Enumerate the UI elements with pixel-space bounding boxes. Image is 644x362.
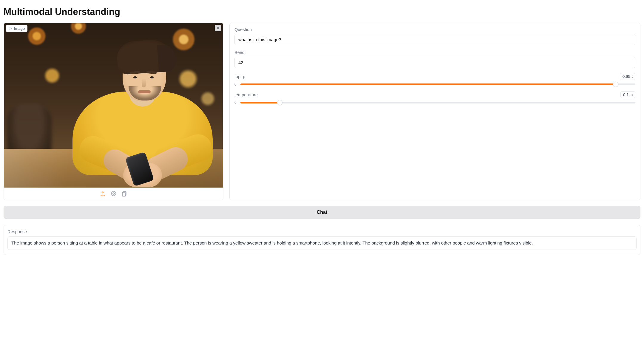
question-input[interactable] <box>234 34 635 45</box>
image-toolbar <box>4 188 223 200</box>
camera-icon <box>111 191 117 197</box>
top-p-slider[interactable] <box>240 83 635 85</box>
chat-button[interactable]: Chat <box>4 206 640 219</box>
image-upload-card: Image <box>4 23 223 200</box>
temperature-label: temperature <box>234 92 258 97</box>
svg-rect-5 <box>122 192 125 196</box>
controls-panel: Question Seed top_p 0.95 ▲▼ 0 <box>229 23 640 200</box>
temperature-min: 0 <box>234 100 237 105</box>
close-icon <box>216 26 220 30</box>
paste-button[interactable] <box>121 191 127 197</box>
page-title: Multimodal Understanding <box>4 7 640 17</box>
upload-icon <box>100 191 106 197</box>
top-p-label: top_p <box>234 74 245 79</box>
clipboard-icon <box>121 191 127 197</box>
uploaded-image[interactable] <box>4 23 223 188</box>
upload-button[interactable] <box>100 191 106 197</box>
image-badge: Image <box>6 25 27 32</box>
image-badge-label: Image <box>14 26 25 31</box>
temperature-number-input[interactable]: 0.1 ▲▼ <box>620 91 635 98</box>
temperature-value: 0.1 <box>623 92 629 97</box>
webcam-button[interactable] <box>111 191 117 197</box>
response-label: Response <box>7 229 637 234</box>
stepper-arrows-icon: ▲▼ <box>631 92 634 97</box>
clear-image-button[interactable] <box>215 25 221 31</box>
top-p-value: 0.95 <box>623 74 630 79</box>
top-p-min: 0 <box>234 82 237 86</box>
question-label: Question <box>234 27 635 32</box>
response-panel: Response The image shows a person sittin… <box>4 225 640 255</box>
seed-label: Seed <box>234 50 635 55</box>
svg-point-3 <box>113 193 115 194</box>
svg-point-2 <box>111 191 116 196</box>
image-icon <box>9 27 13 30</box>
response-text: The image shows a person sitting at a ta… <box>7 236 637 250</box>
svg-point-1 <box>10 28 10 28</box>
top-p-number-input[interactable]: 0.95 ▲▼ <box>620 73 635 80</box>
top-p-slider-thumb[interactable] <box>613 82 618 87</box>
stepper-arrows-icon: ▲▼ <box>631 74 634 79</box>
temperature-slider[interactable] <box>240 102 635 103</box>
temperature-slider-thumb[interactable] <box>277 100 282 105</box>
seed-input[interactable] <box>234 57 635 68</box>
